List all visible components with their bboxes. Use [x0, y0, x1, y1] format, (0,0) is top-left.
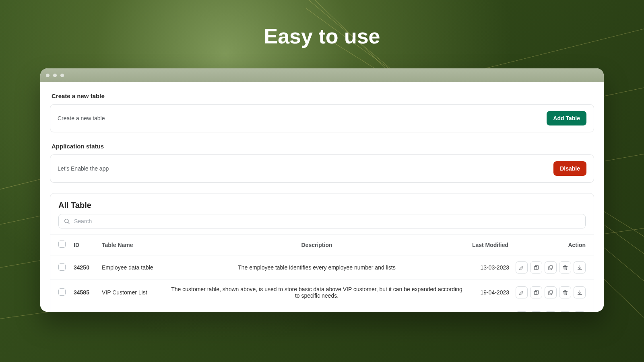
window-control-dot: [60, 74, 64, 77]
copy-button[interactable]: [545, 261, 557, 274]
delete-button[interactable]: [559, 261, 571, 274]
status-section-label: Application status: [52, 143, 592, 150]
delete-button[interactable]: [559, 311, 571, 312]
tables-list-card: All Table ID Table Name Description Last…: [50, 193, 594, 312]
copy-button[interactable]: [545, 286, 557, 298]
row-name: Employee data table: [98, 255, 166, 280]
create-table-text: Create a new table: [58, 115, 105, 121]
select-all-checkbox[interactable]: [58, 241, 66, 248]
copy-icon: [548, 265, 554, 271]
row-name: VIP Customer List: [98, 280, 166, 305]
download-button[interactable]: [574, 286, 586, 298]
add-table-button[interactable]: Add Table: [547, 111, 586, 125]
download-button[interactable]: [574, 311, 586, 312]
table-row: 34586Retail Product ListThis list includ…: [50, 305, 594, 312]
table-row: 34250Employee data tableThe employee tab…: [50, 255, 594, 280]
edit-button[interactable]: [516, 311, 528, 312]
app-status-text: Let's Enable the app: [58, 165, 109, 172]
delete-icon: [562, 265, 568, 271]
edit-icon: [519, 290, 525, 296]
row-checkbox[interactable]: [58, 263, 66, 271]
edit-icon: [519, 265, 525, 271]
col-header-modified: Last Modified: [467, 234, 512, 255]
table-row: 34585VIP Customer ListThe customer table…: [50, 280, 594, 305]
row-id: 34586: [70, 305, 98, 312]
create-section-label: Create a new table: [52, 93, 592, 99]
edit-button[interactable]: [516, 261, 528, 274]
row-modified: 19-04-2023: [467, 305, 512, 312]
window-control-dot: [46, 74, 50, 77]
row-id: 34250: [70, 255, 98, 280]
download-button[interactable]: [574, 261, 586, 274]
row-description: The customer table, shown above, is used…: [166, 280, 467, 305]
create-table-card: Create a new table Add Table: [50, 104, 594, 132]
col-header-id: ID: [70, 234, 98, 255]
row-modified: 13-03-2023: [467, 255, 512, 280]
tables-list-title: All Table: [50, 199, 594, 214]
duplicate-button[interactable]: [530, 311, 542, 312]
search-input[interactable]: [74, 218, 580, 224]
hero-title: Easy to use: [0, 24, 644, 48]
col-header-action: Action: [512, 234, 594, 255]
search-icon: [64, 218, 70, 224]
download-icon: [577, 265, 583, 271]
copy-icon: [548, 290, 554, 296]
copy-button[interactable]: [545, 311, 557, 312]
row-id: 34585: [70, 280, 98, 305]
svg-line-1: [68, 222, 69, 224]
col-header-name: Table Name: [98, 234, 166, 255]
row-description: This list included all basic detail of r…: [166, 305, 467, 312]
search-input-wrapper[interactable]: [58, 214, 586, 228]
window-titlebar: [40, 68, 604, 82]
row-checkbox[interactable]: [58, 288, 66, 296]
duplicate-button[interactable]: [530, 286, 542, 298]
app-status-card: Let's Enable the app Disable: [50, 154, 594, 183]
duplicate-icon: [533, 290, 539, 296]
row-description: The employee table identifies every empl…: [166, 255, 467, 280]
row-modified: 19-04-2023: [467, 280, 512, 305]
download-icon: [577, 290, 583, 296]
delete-icon: [562, 290, 568, 296]
delete-button[interactable]: [559, 286, 571, 298]
duplicate-button[interactable]: [530, 261, 542, 274]
disable-button[interactable]: Disable: [553, 161, 586, 176]
duplicate-icon: [533, 265, 539, 271]
edit-button[interactable]: [516, 286, 528, 298]
window-control-dot: [53, 74, 57, 77]
col-header-description: Description: [166, 234, 467, 255]
app-window: Create a new table Create a new table Ad…: [40, 68, 604, 312]
row-name: Retail Product List: [98, 305, 166, 312]
tables-table: ID Table Name Description Last Modified …: [50, 234, 594, 312]
